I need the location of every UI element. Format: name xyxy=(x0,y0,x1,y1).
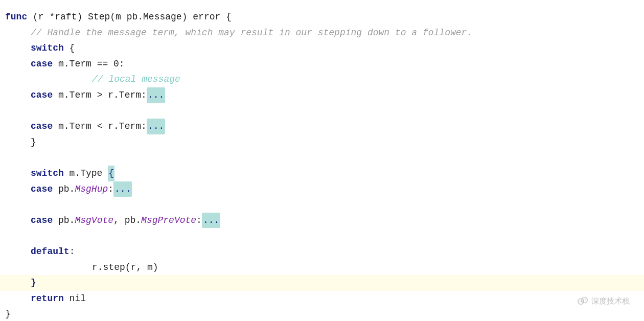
watermark: 深度技术栈 xyxy=(577,295,630,307)
code-line-4: case m.Term == 0: xyxy=(0,56,644,72)
code-line-10 xyxy=(0,150,644,166)
code-line-13 xyxy=(0,197,644,213)
keyword-func: func xyxy=(5,9,27,25)
svg-point-5 xyxy=(585,299,586,300)
code-line-5: // local message xyxy=(0,72,644,87)
code-line-18: } xyxy=(0,275,644,291)
code-block: func (r *raft) Step(m pb.Message) error … xyxy=(0,0,644,321)
code-line-9: } xyxy=(0,134,644,150)
code-line-8: case m.Term < r.Term:... xyxy=(0,119,644,134)
code-line-7 xyxy=(0,103,644,119)
code-line-14: case pb.MsgVote, pb.MsgPreVote:... xyxy=(0,213,644,228)
code-line-15 xyxy=(0,228,644,244)
code-line-6: case m.Term > r.Term:... xyxy=(0,87,644,103)
watermark-text: 深度技术栈 xyxy=(591,296,630,306)
code-line-12: case pb.MsgHup:... xyxy=(0,181,644,197)
code-line-3: switch { xyxy=(0,40,644,56)
svg-point-0 xyxy=(578,299,584,304)
code-line-11: switch m.Type { xyxy=(0,166,644,181)
code-line-19: return nil xyxy=(0,291,644,307)
svg-point-4 xyxy=(583,299,584,300)
svg-point-2 xyxy=(580,301,581,302)
code-line-17: r.step(r, m) xyxy=(0,260,644,276)
code-line-1: func (r *raft) Step(m pb.Message) error … xyxy=(0,9,644,25)
svg-point-3 xyxy=(581,301,582,302)
wechat-icon xyxy=(577,295,588,307)
code-line-20: } xyxy=(0,306,644,321)
code-line-16: default: xyxy=(0,244,644,260)
code-line-2: // Handle the message term, which may re… xyxy=(0,25,644,41)
svg-point-1 xyxy=(582,297,587,303)
